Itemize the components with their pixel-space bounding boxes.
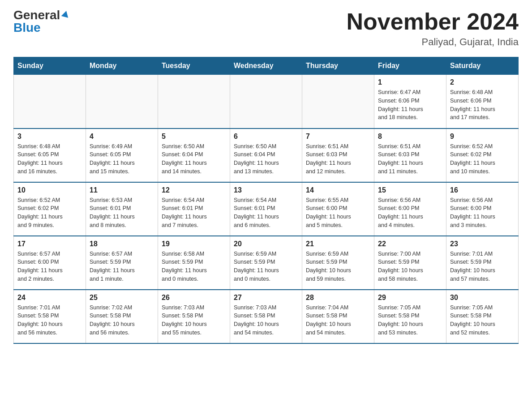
calendar-title: November 2024 [347, 9, 519, 34]
day-info: Sunrise: 6:50 AMSunset: 6:04 PMDaylight:… [162, 142, 226, 176]
logo-triangle-icon [60, 12, 70, 19]
day-number: 12 [162, 186, 226, 194]
calendar-cell: 22Sunrise: 7:00 AMSunset: 5:59 PMDayligh… [374, 236, 446, 290]
weekday-header: Monday [86, 57, 158, 75]
day-number: 16 [450, 186, 515, 194]
day-info: Sunrise: 6:50 AMSunset: 6:04 PMDaylight:… [234, 142, 298, 176]
calendar-cell: 6Sunrise: 6:50 AMSunset: 6:04 PMDaylight… [230, 128, 302, 182]
calendar-cell: 16Sunrise: 6:56 AMSunset: 6:00 PMDayligh… [446, 182, 519, 236]
calendar-cell: 17Sunrise: 6:57 AMSunset: 6:00 PMDayligh… [14, 236, 86, 290]
day-info: Sunrise: 6:53 AMSunset: 6:01 PMDaylight:… [90, 196, 154, 230]
day-number: 20 [234, 240, 298, 248]
day-info: Sunrise: 6:51 AMSunset: 6:03 PMDaylight:… [306, 142, 370, 176]
calendar-cell: 4Sunrise: 6:49 AMSunset: 6:05 PMDaylight… [86, 128, 158, 182]
day-number: 5 [162, 133, 226, 141]
weekday-header: Tuesday [158, 57, 230, 75]
weekday-header: Thursday [302, 57, 374, 75]
day-number: 6 [234, 133, 298, 141]
calendar-cell: 12Sunrise: 6:54 AMSunset: 6:01 PMDayligh… [158, 182, 230, 236]
calendar-cell: 1Sunrise: 6:47 AMSunset: 6:06 PMDaylight… [374, 75, 446, 128]
day-info: Sunrise: 6:56 AMSunset: 6:00 PMDaylight:… [378, 196, 442, 230]
day-number: 15 [378, 186, 442, 194]
weekday-header: Sunday [14, 57, 86, 75]
day-info: Sunrise: 6:52 AMSunset: 6:02 PMDaylight:… [450, 142, 515, 176]
calendar-cell: 23Sunrise: 7:01 AMSunset: 5:59 PMDayligh… [446, 236, 519, 290]
day-number: 18 [90, 240, 154, 248]
day-info: Sunrise: 6:48 AMSunset: 6:06 PMDaylight:… [450, 88, 515, 122]
calendar-cell [158, 75, 230, 128]
day-info: Sunrise: 7:01 AMSunset: 5:58 PMDaylight:… [17, 304, 82, 337]
day-number: 17 [17, 240, 82, 248]
day-number: 13 [234, 186, 298, 194]
calendar-table: SundayMondayTuesdayWednesdayThursdayFrid… [13, 57, 519, 344]
calendar-week-row: 10Sunrise: 6:52 AMSunset: 6:02 PMDayligh… [14, 182, 519, 236]
day-info: Sunrise: 7:03 AMSunset: 5:58 PMDaylight:… [162, 304, 226, 337]
day-info: Sunrise: 6:55 AMSunset: 6:00 PMDaylight:… [306, 196, 370, 230]
day-info: Sunrise: 7:05 AMSunset: 5:58 PMDaylight:… [450, 304, 515, 337]
calendar-cell: 5Sunrise: 6:50 AMSunset: 6:04 PMDaylight… [158, 128, 230, 182]
header: General Blue November 2024 Paliyad, Guja… [13, 9, 519, 48]
day-number: 29 [378, 294, 442, 302]
day-number: 23 [450, 240, 515, 248]
calendar-cell: 18Sunrise: 6:57 AMSunset: 5:59 PMDayligh… [86, 236, 158, 290]
calendar-week-row: 1Sunrise: 6:47 AMSunset: 6:06 PMDaylight… [14, 75, 519, 128]
day-info: Sunrise: 7:00 AMSunset: 5:59 PMDaylight:… [378, 250, 442, 283]
day-number: 28 [306, 294, 370, 302]
day-number: 2 [450, 78, 515, 86]
day-number: 9 [450, 133, 515, 141]
calendar-cell: 21Sunrise: 6:59 AMSunset: 5:59 PMDayligh… [302, 236, 374, 290]
weekday-header: Saturday [446, 57, 519, 75]
day-info: Sunrise: 6:54 AMSunset: 6:01 PMDaylight:… [162, 196, 226, 230]
day-info: Sunrise: 6:48 AMSunset: 6:05 PMDaylight:… [17, 142, 82, 176]
calendar-cell: 7Sunrise: 6:51 AMSunset: 6:03 PMDaylight… [302, 128, 374, 182]
calendar-cell: 26Sunrise: 7:03 AMSunset: 5:58 PMDayligh… [158, 290, 230, 343]
day-number: 14 [306, 186, 370, 194]
day-number: 10 [17, 186, 82, 194]
calendar-cell: 2Sunrise: 6:48 AMSunset: 6:06 PMDaylight… [446, 75, 519, 128]
day-info: Sunrise: 6:47 AMSunset: 6:06 PMDaylight:… [378, 88, 442, 122]
logo-general-text: General [13, 9, 60, 21]
location-subtitle: Paliyad, Gujarat, India [347, 36, 519, 48]
calendar-cell: 19Sunrise: 6:58 AMSunset: 5:59 PMDayligh… [158, 236, 230, 290]
day-number: 11 [90, 186, 154, 194]
day-info: Sunrise: 6:59 AMSunset: 5:59 PMDaylight:… [234, 250, 298, 283]
day-info: Sunrise: 7:01 AMSunset: 5:59 PMDaylight:… [450, 250, 515, 283]
day-number: 25 [90, 294, 154, 302]
day-info: Sunrise: 7:03 AMSunset: 5:58 PMDaylight:… [234, 304, 298, 337]
svg-marker-0 [61, 10, 70, 18]
calendar-cell: 24Sunrise: 7:01 AMSunset: 5:58 PMDayligh… [14, 290, 86, 343]
day-number: 30 [450, 294, 515, 302]
day-number: 8 [378, 133, 442, 141]
day-number: 22 [378, 240, 442, 248]
logo: General Blue [13, 9, 70, 34]
day-info: Sunrise: 6:57 AMSunset: 6:00 PMDaylight:… [17, 250, 82, 283]
calendar-cell: 28Sunrise: 7:04 AMSunset: 5:58 PMDayligh… [302, 290, 374, 343]
calendar-cell: 20Sunrise: 6:59 AMSunset: 5:59 PMDayligh… [230, 236, 302, 290]
day-number: 4 [90, 133, 154, 141]
calendar-week-row: 24Sunrise: 7:01 AMSunset: 5:58 PMDayligh… [14, 290, 519, 343]
day-number: 24 [17, 294, 82, 302]
calendar-cell: 10Sunrise: 6:52 AMSunset: 6:02 PMDayligh… [14, 182, 86, 236]
day-info: Sunrise: 6:54 AMSunset: 6:01 PMDaylight:… [234, 196, 298, 230]
calendar-cell: 14Sunrise: 6:55 AMSunset: 6:00 PMDayligh… [302, 182, 374, 236]
calendar-cell: 27Sunrise: 7:03 AMSunset: 5:58 PMDayligh… [230, 290, 302, 343]
day-number: 19 [162, 240, 226, 248]
title-area: November 2024 Paliyad, Gujarat, India [347, 9, 519, 48]
day-info: Sunrise: 6:51 AMSunset: 6:03 PMDaylight:… [378, 142, 442, 176]
calendar-cell: 25Sunrise: 7:02 AMSunset: 5:58 PMDayligh… [86, 290, 158, 343]
calendar-cell: 29Sunrise: 7:05 AMSunset: 5:58 PMDayligh… [374, 290, 446, 343]
calendar-cell: 11Sunrise: 6:53 AMSunset: 6:01 PMDayligh… [86, 182, 158, 236]
calendar-cell: 8Sunrise: 6:51 AMSunset: 6:03 PMDaylight… [374, 128, 446, 182]
day-number: 21 [306, 240, 370, 248]
day-number: 27 [234, 294, 298, 302]
day-info: Sunrise: 7:04 AMSunset: 5:58 PMDaylight:… [306, 304, 370, 337]
calendar-cell [86, 75, 158, 128]
day-info: Sunrise: 6:56 AMSunset: 6:00 PMDaylight:… [450, 196, 515, 230]
calendar-cell: 15Sunrise: 6:56 AMSunset: 6:00 PMDayligh… [374, 182, 446, 236]
calendar-cell: 13Sunrise: 6:54 AMSunset: 6:01 PMDayligh… [230, 182, 302, 236]
day-number: 26 [162, 294, 226, 302]
calendar-cell [14, 75, 86, 128]
day-info: Sunrise: 6:49 AMSunset: 6:05 PMDaylight:… [90, 142, 154, 176]
day-number: 7 [306, 133, 370, 141]
day-info: Sunrise: 7:02 AMSunset: 5:58 PMDaylight:… [90, 304, 154, 337]
